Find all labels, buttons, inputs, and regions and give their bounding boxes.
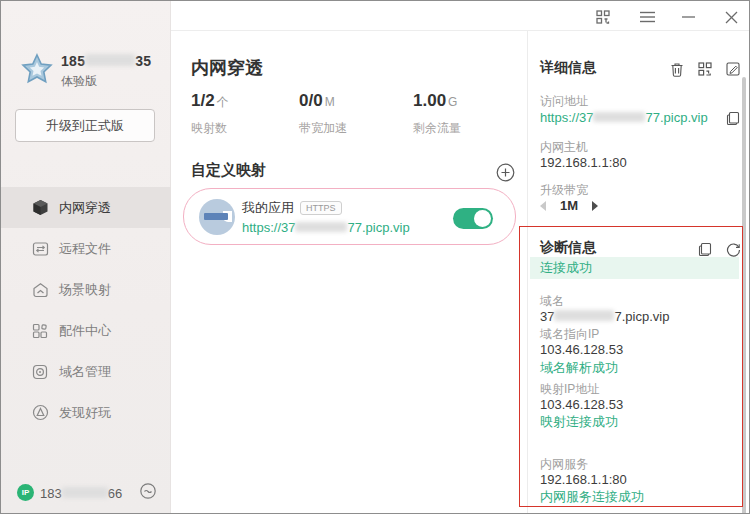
redacted-domain: [554, 310, 614, 321]
app-name: 我的应用: [242, 199, 294, 217]
sidebar-item-label: 发现好玩: [59, 404, 111, 422]
app-window: 18535 体验版 升级到正式版 内网穿透 远程文件: [0, 0, 750, 514]
scan-qr-icon[interactable]: [594, 8, 612, 26]
intranet-service-value: 192.168.1.1:80: [540, 472, 627, 487]
sidebar-item-label: 域名管理: [59, 363, 111, 381]
redacted-url: [295, 222, 347, 232]
account-number: 18366: [40, 486, 122, 501]
minimize-icon[interactable]: [679, 8, 697, 26]
sidebar-footer: IP 18366: [1, 471, 171, 513]
redacted-username: [85, 54, 135, 66]
sidebar-item-label: 远程文件: [59, 240, 111, 258]
domain-icon: [31, 363, 49, 381]
detail-panel-title: 详细信息: [540, 59, 596, 77]
access-address-link[interactable]: https://3777.picp.vip: [540, 110, 708, 125]
bandwidth-increase-arrow[interactable]: [592, 201, 598, 211]
close-icon[interactable]: [722, 8, 740, 26]
redacted-url: [593, 112, 645, 122]
domain-value: 377.picp.vip: [540, 309, 669, 324]
support-icon[interactable]: [139, 482, 157, 500]
stat-value: 1/2: [191, 91, 215, 110]
mapping-connect-result: 映射连接成功: [540, 413, 618, 431]
stat-value: 0/0: [299, 91, 323, 110]
upgrade-button[interactable]: 升级到正式版: [15, 109, 155, 142]
mapping-toggle[interactable]: [453, 208, 493, 229]
stat-unit: 个: [217, 95, 229, 109]
diagnostic-panel-title: 诊断信息: [540, 239, 596, 257]
stat-label: 带宽加速: [299, 120, 347, 137]
intranet-host-value: 192.168.1.1:80: [540, 155, 627, 170]
stat-unit: M: [325, 95, 335, 109]
intranet-service-result: 内网服务连接成功: [540, 488, 644, 506]
connection-status-badge: 连接成功: [530, 257, 739, 279]
sidebar: 18535 体验版 升级到正式版 内网穿透 远程文件: [1, 1, 171, 513]
stat-value: 1.00: [413, 91, 446, 110]
add-mapping-button[interactable]: [496, 163, 515, 182]
ip-badge-icon: IP: [17, 484, 34, 501]
stat-label: 剩余流量: [413, 120, 461, 137]
mapping-ip-label: 映射IP地址: [540, 381, 599, 398]
intranet-host-label: 内网主机: [540, 139, 588, 156]
sidebar-item-accessory-center[interactable]: 配件中心: [1, 310, 171, 351]
sidebar-item-label: 场景映射: [59, 281, 111, 299]
domain-ip-label: 域名指向IP: [540, 326, 599, 343]
sidebar-item-label: 内网穿透: [59, 199, 111, 217]
sidebar-item-remote-files[interactable]: 远程文件: [1, 228, 171, 269]
detail-panel: 详细信息 访问地址 https://3777.picp.vip 内网主机 192…: [527, 31, 749, 513]
protocol-badge: HTTPS: [300, 201, 342, 215]
components-grid-icon: [31, 322, 49, 340]
stat-label: 映射数: [191, 120, 229, 137]
redacted-account: [62, 487, 108, 498]
star-badge-icon: [21, 53, 53, 90]
bandwidth-value: 1M: [560, 198, 578, 213]
username: 18535: [61, 53, 151, 69]
stat-bandwidth: 0/0M 带宽加速: [299, 91, 347, 137]
mapping-url-link[interactable]: https://3777.picp.vip: [242, 220, 410, 235]
user-block: 18535 体验版: [21, 53, 151, 90]
sidebar-menu: 内网穿透 远程文件 场景映射 配件中心: [1, 187, 171, 433]
menu-icon[interactable]: [638, 8, 656, 26]
copy-icon[interactable]: [725, 110, 741, 126]
upgrade-bandwidth-label: 升级带宽: [540, 182, 588, 199]
sidebar-item-discover[interactable]: 发现好玩: [1, 392, 171, 433]
access-address-label: 访问地址: [540, 93, 588, 110]
stat-mapping-count: 1/2个 映射数: [191, 91, 229, 137]
bandwidth-decrease-arrow[interactable]: [540, 201, 546, 211]
mapping-card[interactable]: 我的应用 HTTPS https://3777.picp.vip: [183, 188, 516, 245]
app-browser-icon: [199, 199, 235, 235]
panel-scrollbar[interactable]: [742, 77, 746, 514]
intranet-service-label: 内网服务: [540, 456, 588, 473]
sidebar-item-scene-mapping[interactable]: 场景映射: [1, 269, 171, 310]
sidebar-item-domain-management[interactable]: 域名管理: [1, 351, 171, 392]
stat-unit: G: [448, 95, 457, 109]
titlebar: [171, 1, 749, 31]
home-icon: [31, 281, 49, 299]
delete-icon[interactable]: [669, 61, 685, 77]
custom-mapping-heading: 自定义映射: [191, 161, 266, 180]
discover-icon: [31, 404, 49, 422]
sidebar-item-label: 配件中心: [59, 322, 111, 340]
sidebar-item-intranet-penetration[interactable]: 内网穿透: [1, 187, 171, 228]
edit-icon[interactable]: [725, 61, 741, 77]
plan-label: 体验版: [61, 73, 151, 90]
mapping-ip-value: 103.46.128.53: [540, 397, 623, 412]
page-title: 内网穿透: [191, 56, 263, 80]
bandwidth-stepper: 1M: [540, 198, 598, 213]
cube-icon: [31, 199, 49, 217]
copy-diagnostic-icon[interactable]: [697, 241, 713, 257]
domain-ip-value: 103.46.128.53: [540, 342, 623, 357]
domain-label: 域名: [540, 293, 564, 310]
toggle-knob: [474, 210, 491, 227]
file-transfer-icon: [31, 240, 49, 258]
qr-code-icon[interactable]: [697, 61, 713, 77]
domain-resolve-result: 域名解析成功: [540, 359, 618, 377]
refresh-icon[interactable]: [725, 241, 741, 257]
stat-remaining-traffic: 1.00G 剩余流量: [413, 91, 461, 137]
